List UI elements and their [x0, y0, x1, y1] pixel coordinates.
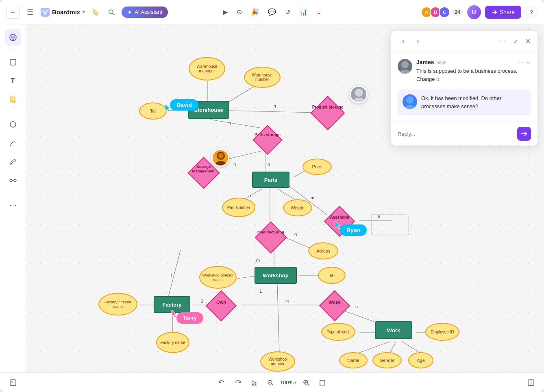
svg-point-59 [215, 161, 226, 166]
zoom-out-button[interactable] [264, 376, 277, 389]
node-type-of-work[interactable]: Type of work [321, 323, 355, 341]
comment-content-1: James ayer ··· ☺ This is supposed to be … [416, 59, 531, 83]
weight-label: Weight [291, 205, 305, 210]
warehouse-number-label: Warehouse number [245, 72, 280, 83]
text-tool[interactable]: T [5, 73, 21, 89]
node-parts-storage[interactable]: Parts storage [251, 127, 284, 153]
bottom-left [7, 376, 20, 389]
comment-panel-header: ‹ › ··· ✓ ✕ [391, 31, 537, 52]
panel-view-button[interactable] [524, 376, 537, 389]
share-button[interactable]: Share [485, 6, 521, 19]
svg-point-10 [14, 179, 16, 182]
node-workshop[interactable]: Workshop [255, 267, 297, 284]
play-icon[interactable]: ▶ [221, 7, 229, 17]
node-product-storage[interactable]: Product storage [311, 101, 345, 124]
node-work[interactable]: Work [375, 321, 412, 339]
node-manufacturing[interactable]: manufac­turing [253, 224, 289, 251]
employee-id-label: Employee ID [430, 329, 455, 335]
sticky-note-tool[interactable] [5, 91, 21, 108]
comment-time-1: ayer [437, 59, 447, 65]
node-tel-left[interactable]: Tel [139, 102, 167, 120]
bottom-right [524, 376, 537, 389]
node-workshop-number[interactable]: Workshop number [260, 351, 295, 372]
pen-tool[interactable] [5, 154, 21, 170]
comment-header-row-1: James ayer ··· ☺ [416, 59, 531, 65]
brand-logo[interactable]: Boardmix ▾ [41, 8, 85, 17]
node-workshop-director[interactable]: Workshop director name [199, 266, 237, 289]
price-label: Price [312, 164, 322, 169]
node-name[interactable]: Name [339, 352, 368, 368]
node-factory-name[interactable]: Factory name [156, 332, 189, 353]
ai-assistant-button[interactable]: ✦ AI Assistant [122, 7, 168, 18]
history-icon[interactable]: ↺ [283, 7, 292, 17]
svg-point-56 [355, 89, 363, 97]
svg-point-5 [12, 38, 14, 40]
user-pin-2 [211, 149, 229, 167]
comment-avatar-1 [398, 59, 412, 74]
node-warehouse-number[interactable]: Warehouse number [244, 67, 281, 88]
back-button[interactable]: ← [7, 6, 20, 19]
ai-assistant-label: AI Assistant [135, 9, 162, 15]
node-gender[interactable]: Gender [372, 352, 402, 368]
workshop-director-label: Workshop director name [200, 272, 236, 283]
bottom-center: 100% ▾ [215, 376, 329, 389]
node-age[interactable]: Age [408, 352, 433, 368]
svg-rect-6 [10, 59, 16, 65]
node-employee-id[interactable]: Employee ID [425, 323, 459, 341]
user-avatar[interactable]: U [467, 5, 481, 19]
comment-item-1: James ayer ··· ☺ This is supposed to be … [398, 59, 531, 83]
minimap-button[interactable] [7, 376, 20, 389]
node-parts[interactable]: Parts [252, 172, 289, 188]
node-warehouse-manager[interactable]: Warehouse manager [189, 57, 225, 81]
canvas-area[interactable]: 1 1 n n n m [26, 24, 544, 372]
redo-button[interactable] [231, 376, 244, 389]
comment-input[interactable] [398, 131, 514, 137]
frame-tool[interactable] [5, 54, 21, 70]
comment-actions-1[interactable]: ··· ☺ [519, 59, 531, 65]
comment-more-button[interactable]: ··· [498, 37, 507, 46]
svg-line-15 [229, 111, 315, 113]
svg-line-76 [307, 384, 309, 385]
more-tools-icon[interactable]: ⌄ [315, 7, 323, 17]
target-icon[interactable]: ⊙ [235, 7, 244, 17]
celebrate-icon[interactable]: 🎉 [249, 7, 261, 17]
help-button[interactable]: ? [525, 6, 537, 18]
fit-view-button[interactable] [316, 376, 329, 389]
node-own[interactable]: Own [204, 293, 238, 319]
select-tool-button[interactable] [248, 376, 261, 389]
chart-icon[interactable]: 📊 [298, 7, 309, 17]
age-label: Age [417, 358, 425, 363]
connector-tool[interactable] [5, 172, 21, 189]
svg-text:n: n [378, 214, 380, 219]
warehouse-manager-label: Warehouse manager [189, 63, 224, 74]
undo-button[interactable] [215, 376, 228, 389]
avatar-3[interactable]: C [439, 7, 450, 18]
node-address[interactable]: Adress [308, 242, 338, 259]
node-part-number[interactable]: Part Number [222, 198, 255, 217]
node-factory-director[interactable]: Factory director name [98, 293, 137, 316]
zoom-in-button[interactable] [300, 376, 313, 389]
more-tools-button[interactable]: ⋯ [5, 197, 21, 213]
node-price[interactable]: Price [302, 159, 332, 175]
node-storehouse[interactable]: Storehouse [188, 101, 229, 119]
topbar: ← ☰ Boardmix ▾ 🏷️ ✦ AI Assistant ▶ ⊙ 🎉 [0, 0, 544, 24]
comment-prev-button[interactable]: ‹ [398, 36, 409, 47]
comment-resolve-button[interactable]: ✓ [513, 38, 518, 46]
shapes-tool[interactable] [5, 116, 21, 133]
node-woek[interactable]: Woek [317, 293, 352, 319]
node-weight[interactable]: Weight [283, 199, 312, 216]
search-button[interactable] [105, 6, 118, 18]
node-tel-right[interactable]: Tel [318, 267, 346, 284]
comment-close-button[interactable]: ✕ [525, 37, 531, 46]
zoom-level-display[interactable]: 100% ▾ [280, 379, 296, 385]
share-label: Share [500, 9, 515, 15]
tag-button[interactable]: 🏷️ [89, 6, 101, 18]
line-tool[interactable] [5, 135, 21, 151]
chat-icon[interactable]: 💬 [266, 7, 278, 17]
palette-tool[interactable] [5, 29, 21, 46]
comment-next-button[interactable]: › [412, 36, 424, 47]
comment-send-button[interactable] [517, 127, 531, 141]
comment-item-2: Ok, it has been modified. Do other proce… [398, 89, 531, 115]
factory-director-label: Factory director name [99, 299, 137, 309]
menu-button[interactable]: ☰ [24, 6, 37, 19]
